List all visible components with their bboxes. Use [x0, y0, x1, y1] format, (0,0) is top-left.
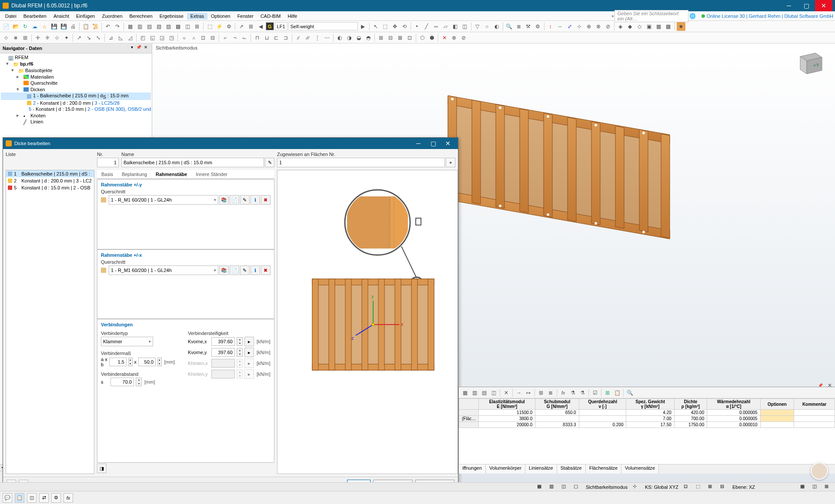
t2-39-icon[interactable]: ⊠: [396, 33, 404, 42]
data-grid[interactable]: ElastizitätsmodulE [N/mm²]SchubmodulG [N…: [459, 398, 835, 464]
open-icon[interactable]: 📂: [11, 22, 20, 31]
menu-datei[interactable]: Datei: [2, 13, 20, 20]
sb8-icon[interactable]: ⊞: [708, 484, 715, 491]
calc2-icon[interactable]: ⚙: [224, 22, 233, 31]
tool1-icon[interactable]: ⚒: [524, 22, 533, 31]
t2-4-icon[interactable]: ✛: [33, 33, 42, 42]
ky-play-icon[interactable]: ▸: [244, 348, 254, 357]
dt5-icon[interactable]: ✕: [502, 388, 511, 397]
move-icon[interactable]: ✥: [391, 22, 399, 31]
sb9-icon[interactable]: ⊟: [720, 484, 727, 491]
a-spinner[interactable]: ▴▾: [128, 358, 133, 366]
script-icon[interactable]: 📜: [91, 22, 100, 31]
nr-input[interactable]: [97, 158, 119, 167]
menu-hilfe[interactable]: Hilfe: [284, 13, 301, 20]
disp5-icon[interactable]: ▦: [655, 22, 663, 31]
t2-30-icon[interactable]: ⫻: [304, 33, 312, 42]
t2-13-icon[interactable]: ◿: [126, 33, 134, 42]
tree-dicke-2[interactable]: 2 - Konstant | d : 200.0 mm | 3 - LC25/2…: [1, 100, 151, 106]
viewcube-icon[interactable]: +Y: [792, 48, 826, 78]
menu-zuordnen[interactable]: Zuordnen: [98, 13, 126, 20]
t2-34-icon[interactable]: ◑: [345, 33, 354, 42]
t2-41-icon[interactable]: ⬡: [418, 33, 427, 42]
axis7-icon[interactable]: ⊘: [604, 22, 612, 31]
dialog-minimize[interactable]: ─: [411, 138, 426, 149]
t2-9-icon[interactable]: ↘: [84, 33, 93, 42]
layout5-icon[interactable]: ▨: [164, 22, 173, 31]
t2-32-icon[interactable]: ⋯: [323, 33, 331, 42]
t2-2-icon[interactable]: ⋇: [11, 33, 20, 42]
sb5-icon[interactable]: ⊹: [633, 484, 640, 491]
dlg-bl-icon[interactable]: ◨: [97, 464, 107, 473]
axis5-icon[interactable]: ⊕: [584, 22, 593, 31]
dtab-3[interactable]: Stabsätze: [557, 464, 586, 474]
layout8-icon[interactable]: ⊞: [193, 22, 201, 31]
find-icon[interactable]: 🔍: [505, 22, 514, 31]
dt7-icon[interactable]: ↦: [524, 388, 533, 397]
find2-icon[interactable]: 🔍: [625, 388, 634, 397]
t2-20-icon[interactable]: ⊡: [199, 33, 207, 42]
dialog-close[interactable]: ✕: [441, 138, 455, 149]
t2-10-icon[interactable]: ⤡: [94, 33, 103, 42]
filter2-icon[interactable]: ⚗: [578, 388, 587, 397]
dialog-maximize[interactable]: ▢: [426, 138, 441, 149]
refresh-icon[interactable]: ↻: [21, 22, 30, 31]
tab-rahmenstaebe[interactable]: Rahmenstäbe: [151, 170, 191, 179]
layout1-icon[interactable]: ▦: [126, 22, 134, 31]
menu-optionen[interactable]: Optionen: [207, 13, 234, 20]
sb4-icon[interactable]: ▢: [574, 484, 581, 491]
hinge-icon[interactable]: ○: [483, 22, 491, 31]
menu-einfuegen[interactable]: Einfügen: [73, 13, 98, 20]
cloud-icon[interactable]: ☁: [30, 22, 39, 31]
list-row-5[interactable]: 5 Konstant | d : 15.0 mm | 2 - OSB: [6, 184, 94, 191]
t2-27-icon[interactable]: ⊏: [272, 33, 281, 42]
t2-15-icon[interactable]: ◱: [148, 33, 157, 42]
release-icon[interactable]: ◐: [492, 22, 501, 31]
t2-42-icon[interactable]: ⬢: [428, 33, 436, 42]
tab-basis[interactable]: Basis: [97, 170, 117, 179]
t2-45-icon[interactable]: ⊘: [459, 33, 468, 42]
del2-icon[interactable]: ✖: [261, 265, 271, 275]
menu-extras[interactable]: Extras: [187, 13, 207, 20]
verbindertyp-combo[interactable]: Klammer: [101, 337, 153, 346]
sb6-icon[interactable]: ⊡: [684, 484, 691, 491]
layout7-icon[interactable]: ◫: [183, 22, 192, 31]
t2-37-icon[interactable]: ⊞: [377, 33, 385, 42]
support-icon[interactable]: ▽: [473, 22, 482, 31]
menu-berechnen[interactable]: Berechnen: [126, 13, 156, 20]
layout6-icon[interactable]: ▩: [174, 22, 182, 31]
del-sec-icon[interactable]: ✖: [261, 195, 271, 205]
name-edit-icon[interactable]: ✎: [265, 158, 274, 167]
t2-8-icon[interactable]: ↗: [75, 33, 84, 42]
disp6-icon[interactable]: ▩: [664, 22, 673, 31]
new2-icon[interactable]: 📄: [230, 265, 239, 275]
t2-26-icon[interactable]: ⊔: [262, 33, 271, 42]
dtab-5[interactable]: Volumensätze: [621, 464, 659, 474]
disp1-icon[interactable]: ◈: [616, 22, 625, 31]
disp3-icon[interactable]: ◇: [635, 22, 644, 31]
edit2-icon[interactable]: ✎: [240, 265, 250, 275]
redo-icon[interactable]: ↷: [113, 22, 122, 31]
menu-bearbeiten[interactable]: Bearbeiten: [20, 13, 50, 20]
t2-25-icon[interactable]: ⊓: [253, 33, 261, 42]
rotate-icon[interactable]: ⟲: [400, 22, 409, 31]
cb-icon[interactable]: ☑: [591, 388, 599, 397]
back-icon[interactable]: ◀: [256, 22, 265, 31]
tree-dicke-1[interactable]: 1 - Balkenscheibe | 215.0 mm | dS : 15.0…: [1, 93, 151, 100]
t2-28-icon[interactable]: ⊐: [281, 33, 290, 42]
nav-close-icon[interactable]: ✕: [142, 45, 149, 52]
sb10-icon[interactable]: ▦: [800, 484, 807, 491]
home-icon[interactable]: ⌂: [40, 22, 49, 31]
save-icon[interactable]: 💾: [50, 22, 58, 31]
kx-spinner[interactable]: ▴▾: [237, 337, 243, 346]
s-input[interactable]: [110, 378, 134, 386]
lib2-icon[interactable]: 📚: [219, 265, 229, 275]
menu-cadbim[interactable]: CAD-BIM: [257, 13, 284, 20]
arrow-icon[interactable]: ↗: [237, 22, 246, 31]
dialog-list[interactable]: 1 Balkenscheibe | 215.0 mm | dS : 2 Kons…: [6, 170, 94, 474]
t2-1-icon[interactable]: ⊹: [2, 33, 10, 42]
dt3-icon[interactable]: ▤: [480, 388, 488, 397]
kvorney-input[interactable]: [211, 348, 235, 357]
a-input[interactable]: [109, 358, 127, 366]
t2-31-icon[interactable]: ⋮: [313, 33, 322, 42]
